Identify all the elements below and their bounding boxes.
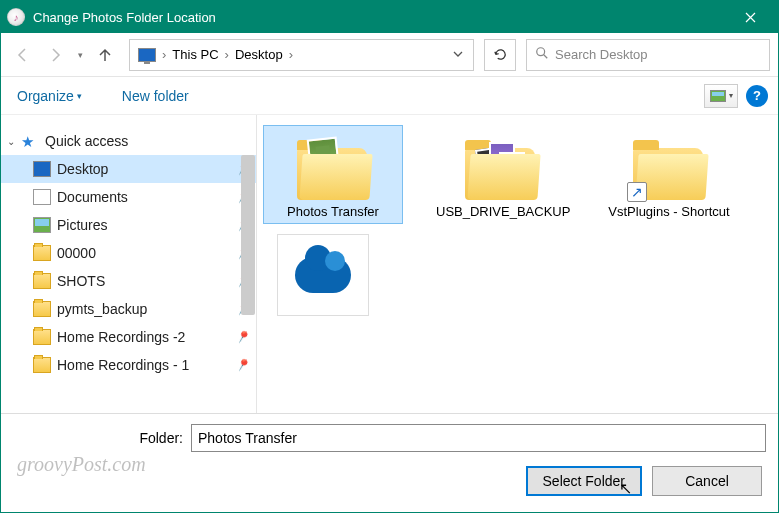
tree-item-label: Home Recordings - 1 bbox=[57, 357, 189, 373]
folder-input[interactable] bbox=[191, 424, 766, 452]
nav-tree[interactable]: ⌄ ★ Quick access Desktop📍Documents📍Pictu… bbox=[1, 115, 257, 413]
pin-icon: 📍 bbox=[233, 299, 253, 319]
breadcrumb-root[interactable]: This PC bbox=[168, 47, 222, 62]
window-title: Change Photos Folder Location bbox=[33, 10, 728, 25]
toolbar: Organize▾ New folder ▾ ? bbox=[1, 77, 778, 115]
footer: Folder: Select Folder Cancel ↖ bbox=[1, 413, 778, 508]
monitor-icon bbox=[33, 161, 51, 177]
doc-icon bbox=[33, 189, 51, 205]
tree-item[interactable]: Home Recordings - 1📍 bbox=[1, 351, 256, 379]
tree-quick-access[interactable]: ⌄ ★ Quick access bbox=[1, 127, 256, 155]
refresh-icon bbox=[493, 47, 508, 62]
tree-item-label: 00000 bbox=[57, 245, 96, 261]
tree-item[interactable]: pymts_backup📍 bbox=[1, 295, 256, 323]
body: ⌄ ★ Quick access Desktop📍Documents📍Pictu… bbox=[1, 115, 778, 413]
chevron-down-icon bbox=[453, 49, 463, 59]
tree-item-label: Desktop bbox=[57, 161, 108, 177]
file-item[interactable]: USB_DRIVE_BACKUP bbox=[431, 125, 571, 224]
new-folder-button[interactable]: New folder bbox=[116, 84, 195, 108]
help-icon: ? bbox=[753, 88, 761, 103]
monitor-icon bbox=[138, 48, 156, 62]
tree-item[interactable]: 00000📍 bbox=[1, 239, 256, 267]
organize-menu[interactable]: Organize▾ bbox=[11, 84, 88, 108]
chevron-down-icon: ▾ bbox=[729, 91, 733, 100]
tree-item[interactable]: Pictures📍 bbox=[1, 211, 256, 239]
cancel-button[interactable]: Cancel bbox=[652, 466, 762, 496]
tree-item[interactable]: SHOTS📍 bbox=[1, 267, 256, 295]
fld-icon bbox=[33, 329, 51, 345]
pin-icon: 📍 bbox=[233, 243, 253, 263]
close-button[interactable] bbox=[728, 1, 772, 33]
refresh-button[interactable] bbox=[484, 39, 516, 71]
tree-item-label: Pictures bbox=[57, 217, 108, 233]
tree-item-label: Documents bbox=[57, 189, 128, 205]
arrow-up-icon bbox=[97, 47, 113, 63]
arrow-right-icon bbox=[47, 47, 63, 63]
tree-item[interactable]: Desktop📍 bbox=[1, 155, 256, 183]
pin-icon: 📍 bbox=[233, 187, 253, 207]
breadcrumb-leaf[interactable]: Desktop bbox=[231, 47, 287, 62]
search-icon bbox=[535, 46, 549, 63]
titlebar: ♪ Change Photos Folder Location bbox=[1, 1, 778, 33]
pic-icon bbox=[33, 217, 51, 233]
view-options-button[interactable]: ▾ bbox=[704, 84, 738, 108]
file-item-label: USB_DRIVE_BACKUP bbox=[436, 204, 566, 219]
tree-item-label: Home Recordings -2 bbox=[57, 329, 185, 345]
file-grid[interactable]: Photos TransferUSB_DRIVE_BACKUP↗VstPlugi… bbox=[257, 115, 778, 413]
tree-item-label: SHOTS bbox=[57, 273, 105, 289]
file-item[interactable]: Photos Transfer bbox=[263, 125, 403, 224]
file-item[interactable]: ↗VstPlugins - Shortcut bbox=[599, 125, 739, 224]
pin-icon: 📍 bbox=[233, 159, 253, 179]
dialog-window: ♪ Change Photos Folder Location ▾ › This… bbox=[0, 0, 779, 513]
help-button[interactable]: ? bbox=[746, 85, 768, 107]
folder-icon bbox=[463, 136, 539, 200]
cloud-icon bbox=[295, 257, 351, 293]
forward-button[interactable] bbox=[41, 41, 69, 69]
folder-icon bbox=[295, 136, 371, 200]
chevron-down-icon: ▾ bbox=[77, 91, 82, 101]
chevron-down-icon: ⌄ bbox=[7, 136, 21, 147]
chevron-right-icon: › bbox=[223, 47, 231, 62]
search-placeholder: Search Desktop bbox=[555, 47, 648, 62]
fld-icon bbox=[33, 245, 51, 261]
pin-icon: 📍 bbox=[233, 355, 253, 375]
tree-item-label: pymts_backup bbox=[57, 301, 147, 317]
fld-icon bbox=[33, 301, 51, 317]
fld-icon bbox=[33, 273, 51, 289]
pin-icon: 📍 bbox=[233, 215, 253, 235]
address-bar[interactable]: › This PC › Desktop › bbox=[129, 39, 474, 71]
arrow-left-icon bbox=[15, 47, 31, 63]
pin-icon: 📍 bbox=[233, 271, 253, 291]
chevron-right-icon: › bbox=[287, 47, 295, 62]
search-input[interactable]: Search Desktop bbox=[526, 39, 770, 71]
file-item[interactable] bbox=[277, 234, 369, 316]
history-dropdown[interactable]: ▾ bbox=[73, 41, 87, 69]
pictures-icon bbox=[710, 90, 726, 102]
file-item-label: Photos Transfer bbox=[268, 204, 398, 219]
tree-item[interactable]: Documents📍 bbox=[1, 183, 256, 211]
nav-row: ▾ › This PC › Desktop › Search Desktop bbox=[1, 33, 778, 77]
shortcut-icon: ↗ bbox=[627, 182, 647, 202]
tree-label: Quick access bbox=[45, 133, 128, 149]
back-button[interactable] bbox=[9, 41, 37, 69]
file-item-label: VstPlugins - Shortcut bbox=[604, 204, 734, 219]
folder-label: Folder: bbox=[13, 430, 183, 446]
star-icon: ★ bbox=[21, 133, 39, 149]
address-dropdown[interactable] bbox=[447, 47, 469, 62]
up-button[interactable] bbox=[91, 41, 119, 69]
tree-item[interactable]: Home Recordings -2📍 bbox=[1, 323, 256, 351]
chevron-right-icon: › bbox=[160, 47, 168, 62]
fld-icon bbox=[33, 357, 51, 373]
app-icon: ♪ bbox=[7, 8, 25, 26]
select-folder-button[interactable]: Select Folder bbox=[526, 466, 642, 496]
close-icon bbox=[745, 12, 756, 23]
pin-icon: 📍 bbox=[233, 327, 253, 347]
folder-icon: ↗ bbox=[631, 136, 707, 200]
svg-point-0 bbox=[537, 48, 545, 56]
